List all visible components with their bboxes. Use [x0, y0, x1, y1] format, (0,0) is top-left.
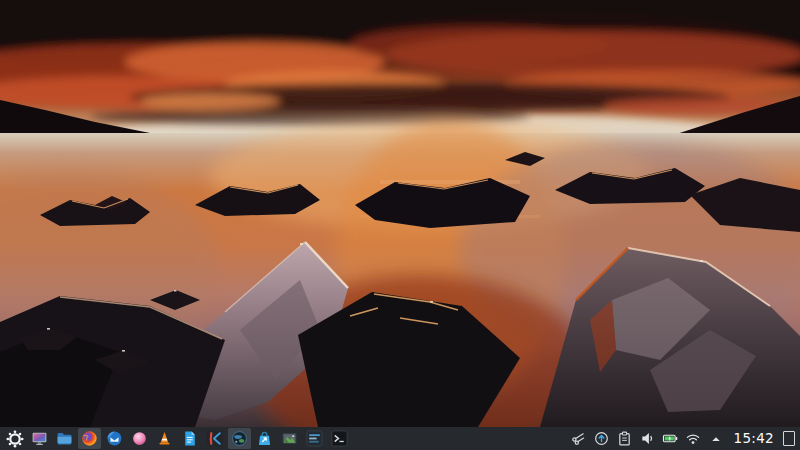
task-kate[interactable] [178, 428, 201, 449]
green-landscape-icon [281, 430, 298, 447]
update-arrow-icon [594, 431, 609, 446]
orange-cone-icon [156, 430, 173, 447]
battery-tray-icon[interactable] [661, 429, 680, 448]
task-vlc[interactable] [153, 428, 176, 449]
task-dolphin[interactable] [53, 428, 76, 449]
krita-k-icon [206, 430, 223, 447]
task-discover[interactable] [253, 428, 276, 449]
volume-tray-icon[interactable] [638, 429, 657, 448]
task-web-browser[interactable] [228, 428, 251, 449]
kde-neon-gear-icon [6, 430, 24, 448]
monitor-icon [31, 430, 48, 447]
task-system-monitor[interactable] [303, 428, 326, 449]
task-manager [2, 427, 352, 450]
blue-bag-icon [256, 430, 273, 447]
task-thunderbird[interactable] [103, 428, 126, 449]
expand-tray-icon[interactable] [707, 429, 726, 448]
pink-sphere-icon [131, 430, 148, 447]
desktop-screen: 15:42 [0, 0, 800, 450]
blue-document-icon [181, 430, 198, 447]
wallpaper-image [0, 0, 800, 427]
scissors-icon [571, 431, 586, 446]
system-tray: 15:42 [567, 427, 795, 450]
wifi-icon [685, 431, 701, 446]
wifi-tray-icon[interactable] [684, 429, 703, 448]
task-display-settings[interactable] [28, 428, 51, 449]
speaker-icon [640, 431, 655, 446]
blue-bird-icon [106, 430, 123, 447]
terminal-prompt-icon [331, 430, 348, 447]
updates-tray-icon[interactable] [592, 429, 611, 448]
task-konsole[interactable] [328, 428, 351, 449]
digital-clock[interactable]: 15:42 [734, 427, 774, 450]
task-krita[interactable] [203, 428, 226, 449]
blue-folder-icon [56, 430, 73, 447]
firefox-icon [81, 430, 98, 447]
task-firefox[interactable] [78, 428, 101, 449]
bars-window-icon [306, 430, 323, 447]
task-gwenview[interactable] [278, 428, 301, 449]
clipboard-icon [617, 431, 632, 446]
app-launcher-button[interactable] [3, 428, 26, 449]
clipboard-tray-icon[interactable] [615, 429, 634, 448]
taskbar-panel: 15:42 [0, 427, 800, 450]
show-desktop-button[interactable] [783, 431, 795, 446]
chevron-up-icon [710, 433, 722, 445]
scissors-tray-icon[interactable] [569, 429, 588, 448]
battery-icon [662, 431, 679, 446]
task-elisa[interactable] [128, 428, 151, 449]
globe-icon [231, 430, 248, 447]
